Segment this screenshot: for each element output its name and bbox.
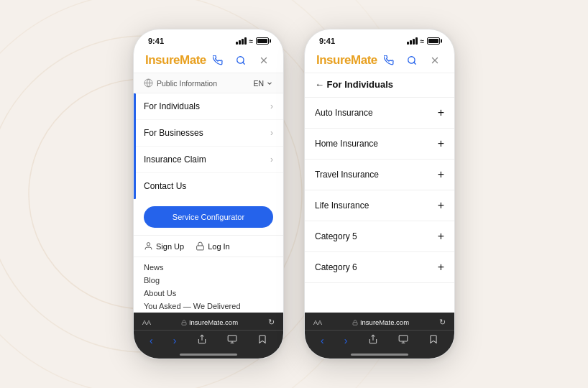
public-info-label: Public Information [157,79,217,88]
search-icon-right[interactable] [404,52,420,68]
battery-icon-right [427,37,440,45]
wifi-icon-right: ≈ [421,37,425,45]
nav-label-insurance-claim: Insurance Claim [144,154,206,165]
nav-label-contact-us: Contact Us [144,181,186,191]
tabs-icon[interactable] [227,334,237,346]
category-label-home: Home Insurance [315,139,378,149]
share-icon-right[interactable] [368,334,378,346]
category-6[interactable]: Category 6 + [305,252,454,283]
footer-link-about[interactable]: About Us [144,289,273,297]
footer-link-blog[interactable]: Blog [144,276,273,285]
auth-row: Sign Up Log In [134,235,283,257]
chevron-businesses: › [270,128,273,138]
plus-icon-travel: + [438,169,444,180]
category-5[interactable]: Category 5 + [305,221,454,252]
nav-label-businesses: For Businesses [144,128,203,138]
logo-insure: Insure [145,53,180,67]
signal-icon-right [407,37,418,45]
chevron-insurance-claim: › [270,154,273,165]
forward-nav-icon[interactable]: › [173,335,177,346]
signup-label: Sign Up [156,242,184,251]
category-auto-insurance[interactable]: Auto Insurance + [305,98,454,129]
lang-label: EN [253,79,264,88]
status-bar-right: 9:41 ≈ [305,29,454,48]
category-travel-insurance[interactable]: Travel Insurance + [305,160,454,190]
svg-rect-15 [228,336,236,341]
close-icon-left[interactable] [256,52,272,68]
category-home-insurance[interactable]: Home Insurance + [305,129,454,160]
tabs-icon-right[interactable] [398,334,408,346]
browser-url-right: InsureMate.com [328,318,433,326]
home-indicator-right [351,354,408,356]
category-label-travel: Travel Insurance [315,170,379,180]
wifi-icon: ≈ [249,37,254,45]
plus-icon-life: + [438,200,444,211]
share-icon[interactable] [197,334,207,346]
battery-icon [256,37,269,45]
logo-insure-right: Insure [316,53,351,67]
browser-aa-right: AA [313,319,322,326]
category-label-life: Life Insurance [315,200,369,211]
svg-line-6 [243,63,245,65]
back-header: ← For Individuals [305,73,454,98]
phone-icon-right[interactable] [381,52,397,68]
login-button[interactable]: Log In [196,241,230,251]
bookmarks-icon-right[interactable] [428,334,438,346]
phones-container: 9:41 ≈ InsureMate [133,29,455,359]
footer-link-news[interactable]: News [144,263,273,272]
nav-item-insurance-claim[interactable]: Insurance Claim › [134,147,283,173]
category-life-insurance[interactable]: Life Insurance + [305,190,454,221]
lang-selector[interactable]: EN [253,79,273,88]
plus-icon-6: + [438,262,444,273]
status-icons-right: ≈ [407,37,441,45]
browser-nav-right: ‹ › [305,331,454,352]
login-label: Log In [208,242,230,251]
time-left: 9:41 [148,37,164,45]
svg-line-19 [414,63,416,65]
back-nav-icon-right[interactable]: ‹ [321,335,324,346]
search-icon-left[interactable] [233,52,249,68]
address-bar-right[interactable]: AA InsureMate.com ↻ [305,313,454,331]
nav-item-contact-us[interactable]: Contact Us [134,173,283,199]
logo-right: InsureMate [316,53,377,68]
plus-icon-home: + [438,138,444,149]
phone-icon-left[interactable] [210,52,226,68]
service-configurator-button[interactable]: Service Configurator [144,206,273,228]
header-icons-left [210,52,272,68]
category-label-5: Category 5 [315,231,357,241]
footer-link-asked[interactable]: You Asked — We Delivered [144,302,273,310]
nav-item-individuals[interactable]: For Individuals › [134,93,283,120]
category-label-6: Category 6 [315,262,357,272]
logo-left: InsureMate [145,53,206,68]
back-title[interactable]: ← For Individuals [315,79,393,90]
svg-rect-13 [182,322,186,325]
footer-links: News Blog About Us You Asked — We Delive… [134,257,283,316]
reload-icon-right[interactable]: ↻ [439,318,446,327]
phone-left: 9:41 ≈ InsureMate [133,29,284,359]
close-icon-right[interactable] [427,52,443,68]
plus-icon-5: + [438,231,444,242]
plus-icon-auto: + [438,107,444,119]
svg-rect-12 [197,246,204,250]
category-label-auto: Auto Insurance [315,108,373,118]
reload-icon-left[interactable]: ↻ [268,318,275,327]
back-nav-icon[interactable]: ‹ [150,335,153,346]
svg-point-11 [147,243,150,246]
svg-rect-22 [353,322,357,325]
logo-mate-right: Mate [351,53,377,67]
forward-nav-icon-right[interactable]: › [344,335,348,346]
bookmarks-icon[interactable] [257,334,267,346]
phone-right: 9:41 ≈ InsureMate [304,29,455,359]
signup-button[interactable]: Sign Up [144,241,184,251]
browser-aa-left: AA [142,319,151,326]
time-right: 9:41 [319,37,335,45]
browser-bar-right: AA InsureMate.com ↻ ‹ › [305,313,454,359]
public-info-left: Public Information [144,78,217,88]
right-phone-header: InsureMate [305,48,454,73]
header-icons-right [381,52,443,68]
browser-nav-left: ‹ › [134,331,283,352]
signal-icon [236,37,247,45]
address-bar-left[interactable]: AA InsureMate.com ↻ [134,313,283,331]
nav-item-businesses[interactable]: For Businesses › [134,120,283,147]
browser-bar-left: AA InsureMate.com ↻ ‹ › [134,313,283,359]
